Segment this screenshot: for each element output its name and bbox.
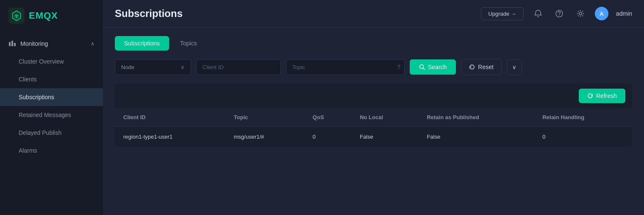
avatar: A [595, 7, 608, 20]
sidebar-nav: Monitoring ∧ Cluster Overview Clients Su… [0, 31, 103, 215]
bell-icon [534, 9, 542, 18]
topic-input[interactable] [286, 59, 405, 75]
cell-qos: 0 [304, 127, 351, 147]
main-content: Subscriptions Upgrade → [103, 0, 644, 215]
sidebar-item-clients[interactable]: Clients [0, 70, 103, 88]
logo-text: EMQX [29, 10, 58, 21]
emqx-logo-icon [8, 8, 25, 24]
reset-icon [469, 64, 475, 70]
table-row: region1-type1-user1 msg/user1/# 0 False … [115, 127, 632, 147]
help-icon [555, 9, 564, 18]
node-select[interactable]: Node ∨ [115, 59, 191, 75]
help-button[interactable] [552, 7, 566, 20]
header-actions: Upgrade → A adm [481, 7, 632, 20]
cell-client-id: region1-type1-user1 [115, 127, 225, 147]
topic-help-icon[interactable]: ? [397, 64, 400, 70]
cell-retain-handling: 0 [534, 127, 632, 147]
tab-subscriptions[interactable]: Subscriptions [115, 36, 169, 50]
svg-rect-3 [14, 43, 16, 46]
chevron-down-icon: ∨ [180, 64, 185, 70]
sidebar-item-cluster-overview[interactable]: Cluster Overview [0, 53, 103, 70]
sidebar-section-label: Monitoring [20, 40, 48, 47]
expand-button[interactable]: ∨ [507, 59, 522, 75]
sidebar-item-retained-messages[interactable]: Retained Messages [0, 106, 103, 124]
client-id-input[interactable] [196, 59, 281, 75]
svg-point-5 [559, 15, 560, 16]
page-title: Subscriptions [115, 8, 183, 20]
cell-no-local: False [351, 127, 418, 147]
topic-input-wrapper: ? [286, 59, 405, 75]
sidebar-section-monitoring[interactable]: Monitoring ∧ [0, 35, 103, 53]
search-button[interactable]: Search [410, 59, 456, 75]
svg-rect-1 [9, 42, 11, 46]
sidebar-item-delayed-publish[interactable]: Delayed Publish [0, 124, 103, 142]
col-qos: QoS [304, 108, 351, 127]
content-area: Subscriptions Topics Node ∨ ? Search [103, 28, 644, 215]
col-client-id: Client ID [115, 108, 225, 127]
monitoring-icon [8, 40, 16, 47]
col-no-local: No Local [351, 108, 418, 127]
sidebar-item-alarms[interactable]: Alarms [0, 142, 103, 159]
col-topic: Topic [225, 108, 304, 127]
chevron-down-icon: ∨ [512, 64, 516, 70]
page-header: Subscriptions Upgrade → [103, 0, 644, 28]
col-retain-as-published: Retain as Published [418, 108, 534, 127]
admin-label: admin [616, 10, 632, 17]
col-retain-handling: Retain Handling [534, 108, 632, 127]
logo: EMQX [0, 0, 103, 31]
upgrade-button[interactable]: Upgrade → [481, 7, 523, 20]
table-header-row: Client ID Topic QoS No Local Retain as P… [115, 108, 632, 127]
tabs: Subscriptions Topics [115, 36, 632, 50]
node-select-label: Node [121, 64, 134, 70]
cell-retain-as-published: False [418, 127, 534, 147]
subscriptions-table: Client ID Topic QoS No Local Retain as P… [115, 108, 632, 147]
notifications-button[interactable] [531, 7, 545, 20]
table-toolbar: Refresh [115, 84, 632, 108]
svg-point-6 [579, 12, 582, 15]
table-area: Refresh Client ID Topic QoS No Local Ret… [115, 84, 632, 147]
refresh-icon [587, 93, 593, 99]
sidebar: EMQX Monitoring ∧ Cluster Overview Clien… [0, 0, 103, 215]
search-icon [419, 64, 425, 70]
filter-row: Node ∨ ? Search Reset [115, 59, 632, 75]
sidebar-item-subscriptions[interactable]: Subscriptions [0, 88, 103, 106]
reset-button[interactable]: Reset [461, 59, 502, 75]
svg-rect-2 [11, 41, 13, 46]
settings-button[interactable] [574, 7, 587, 20]
chevron-up-icon: ∧ [91, 41, 94, 47]
gear-icon [576, 9, 585, 18]
cell-topic: msg/user1/# [225, 127, 304, 147]
tab-topics[interactable]: Topics [171, 36, 206, 50]
refresh-button[interactable]: Refresh [579, 89, 625, 103]
